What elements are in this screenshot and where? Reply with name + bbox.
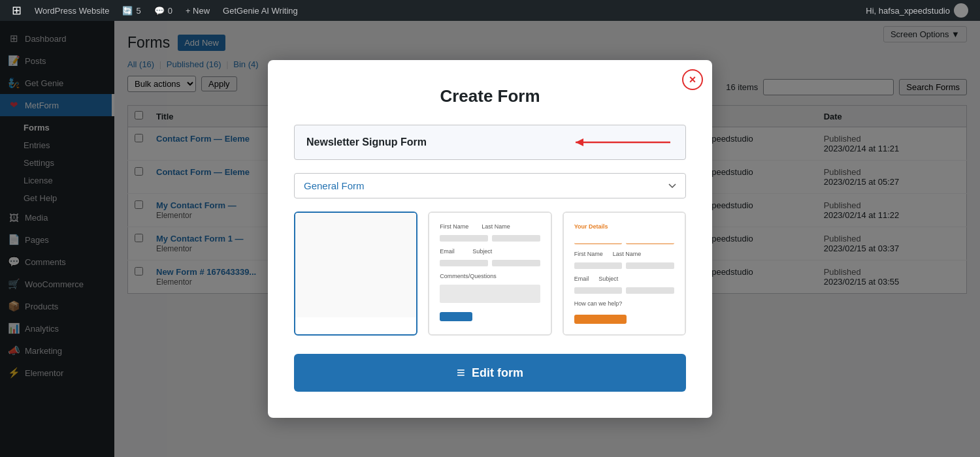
tmpl-field-firstname: [440, 235, 488, 242]
wp-logo-item[interactable]: ⊞: [5, 0, 28, 21]
tmpl-field-d1: [574, 235, 623, 244]
tmpl-field-d2: [626, 235, 674, 244]
tmpl-field-label2: Email Subject: [440, 248, 540, 255]
edit-form-icon: ≡: [457, 364, 465, 381]
tmpl-field-label: First Name Last Name: [440, 223, 540, 230]
template-card-details[interactable]: Your Details First Name Last Name Email …: [563, 212, 686, 336]
tmpl-field-lastname: [492, 235, 540, 242]
template-cards: First Name Last Name Email Subject Comme…: [294, 212, 686, 336]
plugin-item[interactable]: GetGenie AI Writing: [216, 0, 304, 21]
form-name-input[interactable]: [306, 136, 561, 148]
tmpl-label-email-subj: Email Subject: [574, 276, 674, 282]
tmpl-field-label3: Comments/Questions: [440, 273, 540, 279]
tmpl-label-yourdetails: Your Details: [574, 223, 674, 230]
arrow-indicator: [569, 134, 674, 150]
comments-count: 0: [168, 6, 172, 16]
tmpl-field-email: [440, 260, 488, 266]
comments-item[interactable]: 💬 0: [148, 0, 179, 21]
tmpl-field-comments: [440, 285, 540, 303]
comments-icon: 💬: [154, 6, 165, 16]
plugin-label: GetGenie AI Writing: [223, 6, 298, 16]
new-item[interactable]: + New: [179, 0, 216, 21]
greeting-text: Hi, hafsa_xpeedstudio: [866, 6, 950, 16]
avatar: [954, 3, 968, 18]
edit-form-label: Edit form: [472, 366, 523, 380]
tmpl-field-subject: [492, 260, 540, 266]
modal-close-button[interactable]: ×: [682, 69, 703, 90]
tmpl-label-howcanwe: How can we help?: [574, 300, 674, 307]
modal-name-row: [294, 125, 686, 160]
site-name-item[interactable]: WordPress Website: [28, 0, 116, 21]
template-card-blank[interactable]: [294, 212, 417, 336]
modal-title: Create Form: [294, 86, 686, 106]
admin-bar: ⊞ WordPress Website 🔄 5 💬 0 + New GetGen…: [0, 0, 980, 21]
tmpl-field-d4: [626, 262, 674, 269]
modal-dropdown-row: General Form Contact Form Newsletter For…: [294, 173, 686, 198]
template-details-inner: Your Details First Name Last Name Email …: [564, 213, 685, 334]
updates-item[interactable]: 🔄 5: [116, 0, 147, 21]
template-contact-inner: First Name Last Name Email Subject Comme…: [429, 213, 550, 332]
template-blank-inner: [295, 213, 416, 317]
tmpl-send-btn: [440, 312, 472, 321]
edit-form-button[interactable]: ≡ Edit form: [294, 354, 686, 392]
tmpl-send-msg-btn: [574, 315, 627, 324]
updates-icon: 🔄: [122, 6, 133, 16]
tmpl-field-d3: [574, 262, 623, 269]
svg-marker-1: [576, 138, 583, 146]
updates-count: 5: [136, 6, 140, 16]
modal-overlay: × Create Form General Form Contact Form …: [0, 21, 980, 457]
form-type-select[interactable]: General Form Contact Form Newsletter For…: [294, 173, 686, 198]
wp-logo-icon: ⊞: [12, 3, 22, 18]
admin-bar-right: Hi, hafsa_xpeedstudio: [859, 3, 975, 18]
template-card-contact[interactable]: First Name Last Name Email Subject Comme…: [428, 212, 551, 336]
close-icon: ×: [689, 74, 696, 86]
create-form-modal: × Create Form General Form Contact Form …: [268, 60, 712, 418]
tmpl-field-d6: [626, 287, 674, 294]
site-name: WordPress Website: [35, 6, 109, 16]
new-label: + New: [186, 6, 210, 16]
tmpl-label-fn-ln: First Name Last Name: [574, 251, 674, 257]
tmpl-field-d5: [574, 287, 623, 294]
